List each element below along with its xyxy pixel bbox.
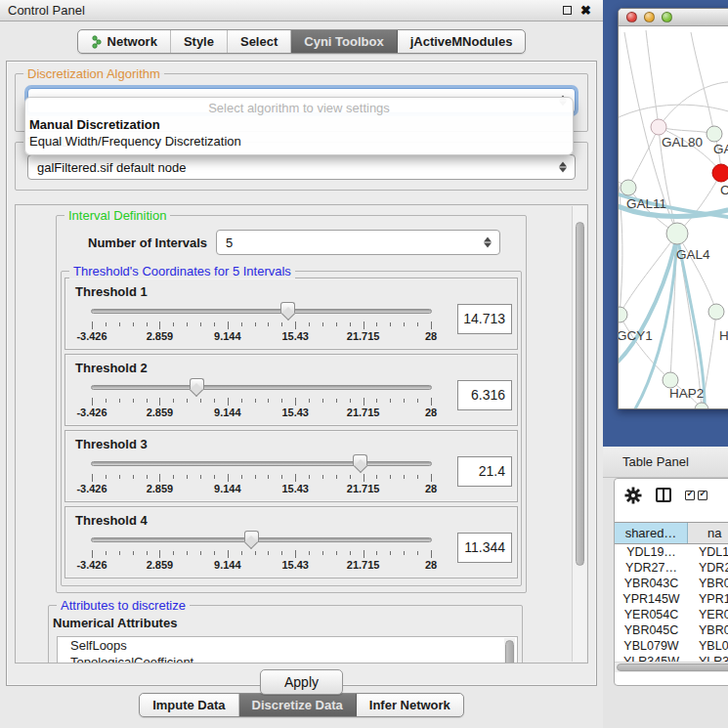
table-data-value: galFiltered.sif default node — [37, 160, 186, 175]
split-view-icon[interactable] — [656, 488, 671, 502]
node-gal11[interactable] — [621, 180, 636, 195]
gear-icon[interactable] — [624, 487, 642, 504]
node-gcy1[interactable] — [619, 307, 627, 322]
table-row[interactable]: YBR045CYBR0 — [615, 622, 728, 638]
slider-tick-labels: -3.4262.8599.14415.4321.71528 — [92, 559, 431, 571]
slider-ticks — [92, 398, 431, 406]
table-row[interactable]: YDL19…YDL1 — [615, 544, 728, 560]
slider-tick-labels: -3.4262.8599.14415.4321.71528 — [92, 407, 431, 418]
attributes-legend: Attributes to discretize — [57, 598, 190, 613]
column-visibility-icon[interactable] — [685, 491, 707, 500]
vertical-scrollbar[interactable] — [572, 206, 586, 662]
threshold-coordinates-legend: Threshold's Coordinates for 5 Intervals — [69, 264, 295, 278]
cell-name: YDR2 — [688, 560, 728, 576]
tab-style[interactable]: Style — [171, 30, 228, 53]
settings-scroll-viewport: Interval Definition Number of Intervals … — [15, 204, 588, 664]
algorithm-option-equal-width-frequency-discretization[interactable]: Equal Width/Frequency Discretization — [25, 133, 573, 150]
traffic-light-minimize-icon[interactable] — [644, 12, 655, 22]
table-horizontal-scrollbar-thumb[interactable] — [617, 664, 728, 671]
network-edge[interactable] — [619, 144, 622, 315]
slider-track[interactable] — [91, 461, 432, 466]
network-canvas[interactable]: GAL80GACGAL11GAL4GCY1HHAP2 — [619, 26, 728, 409]
table-header-row: shared… na — [615, 522, 728, 544]
cell-shared-name: YBL079W — [615, 638, 688, 654]
close-icon[interactable]: ✖ — [580, 6, 591, 16]
threshold-slider[interactable]: -3.4262.8599.14415.4321.71528 — [91, 529, 432, 572]
list-scrollbar[interactable] — [504, 638, 515, 664]
tab-label: Network — [107, 34, 157, 49]
attribute-item-topologicalcoefficient[interactable]: TopologicalCoefficient — [58, 654, 517, 664]
interval-definition-legend: Interval Definition — [64, 208, 170, 223]
node-red-selected[interactable] — [712, 164, 728, 182]
network-edge[interactable] — [646, 30, 659, 127]
table-panel-body: shared… na YDL19…YDL1YDR27…YDR2YBR043CYB… — [614, 478, 728, 686]
node-gal80[interactable] — [651, 119, 666, 135]
threshold-slider[interactable]: -3.4262.8599.14415.4321.71528 — [91, 452, 432, 495]
slider-handle[interactable] — [244, 531, 259, 542]
discretization-algorithm-legend: Discretization Algorithm — [23, 66, 164, 81]
slider-track[interactable] — [91, 385, 432, 390]
threshold-value-field[interactable]: 14.713 — [457, 304, 512, 334]
cell-name: YER0 — [688, 607, 728, 622]
threshold-label: Threshold 2 — [65, 355, 517, 376]
table-row[interactable]: YER054CYER0 — [615, 607, 728, 622]
traffic-light-close-icon[interactable] — [626, 12, 637, 22]
attributes-to-discretize-group: Attributes to discretize Numerical Attri… — [48, 605, 523, 664]
network-edge[interactable] — [628, 127, 659, 188]
threshold-value-field[interactable]: 6.316 — [457, 380, 512, 410]
threshold-coordinates-group: Threshold's Coordinates for 5 Intervals … — [61, 271, 522, 586]
threshold-label: Threshold 1 — [65, 278, 517, 300]
node-gal4[interactable] — [666, 223, 688, 244]
numerical-attributes-list[interactable]: SelfLoopsTopologicalCoefficientBetweenne… — [57, 636, 518, 664]
node-label-gal11: GAL11 — [626, 196, 666, 211]
algorithm-popup-hint: Select algorithm to view settings — [25, 100, 573, 116]
tab-cyni-toolbox[interactable]: Cyni Toolbox — [291, 30, 397, 53]
apply-button[interactable]: Apply — [260, 669, 343, 695]
table-row[interactable]: YDR27…YDR2 — [615, 560, 728, 576]
slider-ticks — [92, 550, 431, 558]
cell-shared-name: YDL19… — [615, 544, 688, 560]
threshold-value-field[interactable]: 21.4 — [457, 456, 512, 487]
column-header-shared-name[interactable]: shared… — [615, 523, 688, 543]
tab-jactivemnodules[interactable]: jActiveMNodules — [398, 30, 526, 53]
float-window-icon[interactable] — [563, 6, 572, 15]
node-table: shared… na YDL19…YDL1YDR27…YDR2YBR043CYB… — [615, 522, 728, 669]
column-header-name[interactable]: na — [688, 523, 728, 543]
discretization-algorithm-group: Discretization Algorithm Select algorith… — [15, 73, 588, 132]
slider-handle[interactable] — [353, 454, 367, 466]
algorithm-option-manual-discretization[interactable]: Manual Discretization — [25, 116, 573, 133]
node-top-right[interactable] — [707, 126, 722, 142]
tab-select[interactable]: Select — [228, 30, 291, 53]
threshold-value-field[interactable]: 11.344 — [457, 533, 512, 563]
table-row[interactable]: YPR145WYPR1 — [615, 591, 728, 607]
control-panel-title: Control Panel — [8, 3, 563, 18]
table-row[interactable]: YBR043CYBR0 — [615, 576, 728, 591]
table-row[interactable]: YBL079WYBL0 — [615, 638, 728, 654]
node-h[interactable] — [708, 304, 724, 320]
threshold-slider[interactable]: -3.4262.8599.14415.4321.71528 — [91, 300, 432, 343]
node-label-gal4: GAL4 — [676, 247, 710, 262]
slider-tick-labels: -3.4262.8599.14415.4321.71528 — [92, 483, 431, 494]
network-edge[interactable] — [659, 82, 728, 127]
node-label-ga: GA — [713, 142, 728, 156]
attribute-item-selfloops[interactable]: SelfLoops — [58, 637, 517, 654]
table-data-combobox[interactable]: galFiltered.sif default node — [27, 154, 576, 180]
table-toolbar — [615, 479, 728, 511]
number-of-intervals-combobox[interactable]: 5 — [216, 230, 500, 255]
number-of-intervals-label: Number of Intervals — [88, 236, 207, 250]
slider-handle[interactable] — [190, 378, 204, 390]
list-scrollbar-thumb[interactable] — [505, 640, 514, 664]
slider-handle[interactable] — [280, 302, 295, 314]
cytoscape-desktop: GAL80GACGAL11GAL4GCY1HHAP2 — [603, 0, 728, 447]
node-label-gcy1: GCY1 — [619, 328, 653, 343]
network-edge[interactable] — [619, 105, 728, 120]
table-horizontal-scrollbar[interactable] — [615, 662, 728, 672]
tab-network[interactable]: Network — [78, 30, 171, 53]
traffic-light-zoom-icon[interactable] — [662, 12, 672, 22]
slider-track[interactable] — [91, 537, 432, 542]
network-window-titlebar — [619, 9, 728, 26]
threshold-slider[interactable]: -3.4262.8599.14415.4321.71528 — [91, 376, 432, 419]
vertical-scrollbar-thumb[interactable] — [576, 222, 584, 566]
network-edge[interactable] — [691, 32, 714, 134]
slider-track[interactable] — [91, 309, 432, 314]
